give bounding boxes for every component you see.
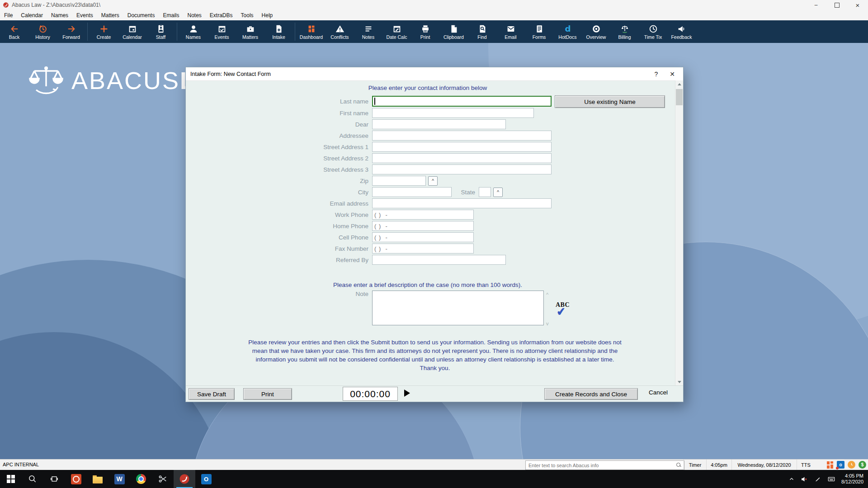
street-address-3-input[interactable] (372, 164, 552, 174)
addressee-input[interactable] (372, 131, 552, 141)
cancel-button[interactable]: Cancel (649, 389, 668, 396)
task-view-button[interactable] (43, 470, 65, 488)
taskbar-abacus[interactable] (174, 470, 195, 488)
save-draft-button[interactable]: Save Draft (189, 388, 235, 400)
menu-calendar[interactable]: Calendar (17, 10, 47, 20)
pen-ink-icon[interactable] (814, 475, 821, 483)
taskbar-word[interactable]: W (108, 470, 130, 488)
home-phone-input[interactable] (372, 221, 474, 231)
cell-phone-input[interactable] (372, 232, 474, 242)
toolbar-overview[interactable]: Overview (582, 20, 610, 43)
state-input[interactable] (479, 187, 491, 197)
start-button[interactable] (0, 470, 22, 488)
zip-input[interactable] (372, 176, 426, 186)
menu-notes[interactable]: Notes (183, 10, 205, 20)
scroll-down-button[interactable] (675, 378, 683, 386)
dollar-badge-icon[interactable]: $ (859, 461, 866, 469)
toolbar-billing[interactable]: Billing (610, 20, 639, 43)
status-tts-segment[interactable]: TTS (797, 460, 815, 470)
menu-file[interactable]: File (0, 10, 17, 20)
toolbar-timetix[interactable]: Time Tix (639, 20, 667, 43)
scrollbar-thumb[interactable] (676, 89, 683, 105)
toolbar-names[interactable]: Names (179, 20, 208, 43)
dialog-scrollbar[interactable] (675, 80, 683, 386)
statusbar: APC INTERNAL Timer 4:05pm Wednesday, 08/… (0, 459, 868, 470)
scroll-up-button[interactable] (675, 80, 683, 88)
toolbar-events[interactable]: Events (208, 20, 236, 43)
toolbar-calendar[interactable]: Calendar (118, 20, 146, 43)
toolbar-history[interactable]: History (28, 20, 57, 43)
last-name-input[interactable] (372, 96, 552, 107)
menu-extradbs[interactable]: ExtraDBs (206, 10, 237, 20)
toolbar-forms[interactable]: Forms (525, 20, 553, 43)
toolbar-back[interactable]: Back (0, 20, 28, 43)
menu-documents[interactable]: Documents (123, 10, 159, 20)
plus-icon (99, 24, 109, 34)
menu-help[interactable]: Help (258, 10, 277, 20)
fax-number-input[interactable] (372, 244, 474, 253)
clock-badge-icon[interactable] (848, 461, 855, 469)
toolbar-hotdocs[interactable]: d HotDocs (553, 20, 582, 43)
dialog-help-button[interactable]: ? (654, 70, 658, 78)
tray-chevron-up-icon[interactable] (788, 476, 795, 482)
toolbar-print[interactable]: Print (411, 20, 439, 43)
toolbar-clipboard[interactable]: Clipboard (439, 20, 468, 43)
print-button[interactable]: Print (243, 388, 292, 400)
toolbar-find[interactable]: Find (468, 20, 496, 43)
note-scroll-down-icon[interactable]: v (546, 321, 549, 326)
abacus-search-box[interactable] (525, 460, 684, 470)
menu-names[interactable]: Names (47, 10, 72, 20)
dialog-titlebar[interactable]: Intake Form: New Contact Form ? ✕ (186, 67, 683, 81)
taskbar-outlook[interactable]: O (195, 470, 217, 488)
taskbar-clock[interactable]: 4:05 PM 8/12/2020 (841, 473, 863, 485)
abacus-search-input[interactable] (526, 463, 676, 468)
email-address-input[interactable] (372, 198, 552, 208)
dialog-close-button[interactable]: ✕ (670, 70, 675, 78)
use-existing-name-button[interactable]: Use existing Name (555, 95, 665, 108)
toolbar-conflicts[interactable]: Conflicts (326, 20, 354, 43)
menu-matters[interactable]: Matters (97, 10, 123, 20)
touch-keyboard-icon[interactable] (827, 475, 835, 483)
note-textarea[interactable] (372, 291, 544, 325)
volume-muted-icon[interactable] (801, 475, 808, 483)
first-name-input[interactable] (372, 108, 534, 118)
menu-events[interactable]: Events (72, 10, 97, 20)
taskbar-file-explorer[interactable] (87, 470, 108, 488)
toolbar-forward[interactable]: Forward (57, 20, 85, 43)
close-button[interactable]: × (847, 0, 868, 10)
toolbar-intake[interactable]: Intake (264, 20, 293, 43)
minimize-button[interactable]: – (806, 0, 826, 10)
spellcheck-button[interactable]: ABC ✔ (556, 301, 574, 319)
city-input[interactable] (372, 187, 452, 197)
toolbar-matters[interactable]: Matters (236, 20, 264, 43)
toolbar-datecalc[interactable]: Date Calc (382, 20, 411, 43)
taskbar-chrome[interactable] (130, 470, 152, 488)
status-timer-segment[interactable]: Timer (684, 460, 706, 470)
taskbar-app-red[interactable] (65, 470, 87, 488)
referred-by-input[interactable] (372, 255, 506, 265)
menu-emails[interactable]: Emails (159, 10, 183, 20)
work-phone-input[interactable] (372, 210, 474, 220)
note-scroll-up-icon[interactable]: ^ (546, 292, 548, 297)
dear-input[interactable] (372, 119, 506, 129)
zip-lookup-button[interactable]: ^ (428, 176, 438, 186)
toolbar-create[interactable]: Create (90, 20, 118, 43)
timer-play-button[interactable] (404, 389, 410, 397)
maximize-button[interactable] (826, 0, 847, 10)
toolbar-notes[interactable]: Notes (354, 20, 382, 43)
create-records-close-button[interactable]: Create Records and Close (544, 388, 638, 400)
toolbar-email[interactable]: Email (496, 20, 525, 43)
toolbar-dashboard[interactable]: Dashboard (297, 20, 326, 43)
menu-tools[interactable]: Tools (237, 10, 258, 20)
street-address-1-input[interactable] (372, 142, 552, 152)
street-address-2-input[interactable] (372, 153, 552, 163)
home-phone-label: Home Phone (186, 223, 372, 230)
toolbar-feedback[interactable]: Feedback (667, 20, 696, 43)
state-lookup-button[interactable]: ^ (493, 188, 503, 197)
use-existing-name-label: Use existing Name (584, 99, 635, 105)
taskbar-search-button[interactable] (22, 470, 43, 488)
toolbar-staff[interactable]: Staff (146, 20, 175, 43)
outlook-badge-icon[interactable]: o (837, 461, 844, 469)
dashboard-grid-icon[interactable] (826, 461, 834, 469)
taskbar-snipping-tool[interactable] (152, 470, 174, 488)
